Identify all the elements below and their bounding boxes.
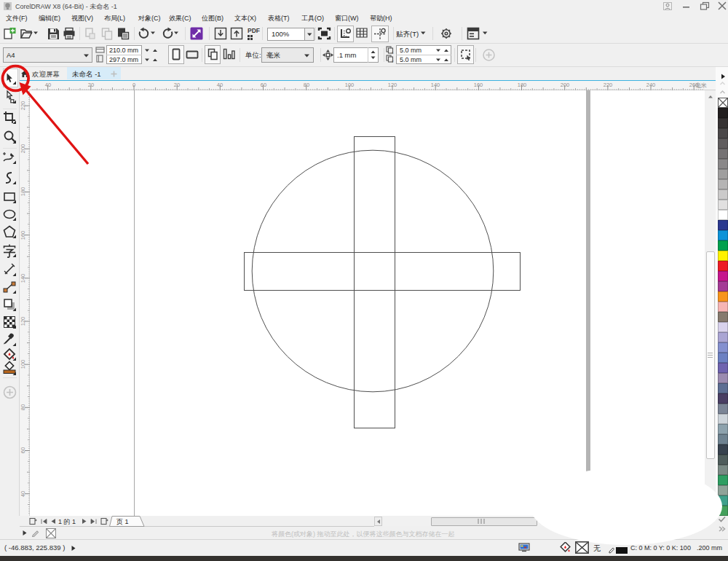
svg-text:20: 20 [174, 82, 180, 88]
svg-text:40: 40 [217, 82, 223, 88]
svg-text:y: y [392, 59, 394, 63]
svg-text:40: 40 [20, 491, 26, 497]
svg-text:140: 140 [431, 82, 440, 88]
svg-text:220: 220 [604, 82, 613, 88]
svg-text:120: 120 [20, 317, 26, 326]
svg-text:240: 240 [646, 82, 656, 88]
svg-text:x: x [392, 50, 394, 54]
svg-text:180: 180 [20, 187, 26, 197]
svg-text:100: 100 [345, 82, 355, 88]
svg-text:220: 220 [20, 101, 26, 111]
svg-text:80: 80 [304, 82, 309, 88]
svg-text:200: 200 [561, 82, 570, 88]
svg-text:20: 20 [88, 82, 94, 88]
svg-text:100: 100 [20, 360, 26, 369]
svg-text:60: 60 [261, 82, 266, 88]
svg-text:60: 60 [20, 447, 26, 453]
svg-text:160: 160 [474, 82, 483, 88]
svg-text:200: 200 [20, 144, 26, 154]
svg-text:140: 140 [20, 274, 26, 283]
svg-text:160: 160 [20, 231, 26, 240]
svg-text:180: 180 [518, 82, 527, 88]
svg-text:40: 40 [45, 82, 51, 88]
svg-text:PDF: PDF [248, 27, 260, 34]
svg-text:80: 80 [20, 404, 26, 410]
svg-text:120: 120 [388, 82, 397, 88]
svg-text:0: 0 [132, 82, 135, 88]
